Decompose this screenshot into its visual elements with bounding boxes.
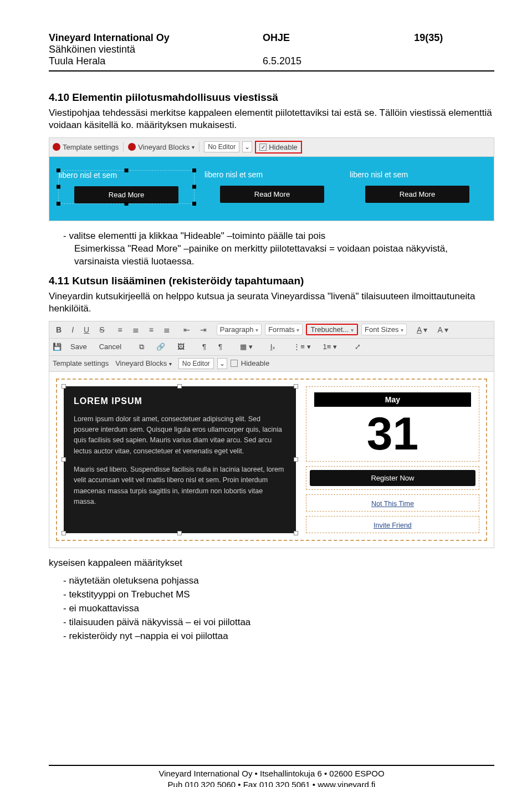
no-editor-select[interactable]: No Editor	[204, 141, 239, 152]
editor-card-selected[interactable]: libero nisl et sem Read More	[58, 170, 195, 204]
header-author: Tuula Herala	[49, 55, 263, 67]
bullet-line-1: valitse elementti ja klikkaa "Hideable" …	[69, 231, 325, 241]
footer-line-2: Puh 010 320 5060 • Fax 010 320 5061 • ww…	[49, 779, 494, 787]
template-settings-button[interactable]: Template settings	[53, 359, 109, 367]
not-this-time-label: Not This Time	[371, 500, 414, 508]
paragraph-mark-icon[interactable]: ¶	[199, 341, 209, 352]
italic-button[interactable]: I	[68, 324, 77, 336]
layout-region-outer: LOREM IPSUM Lorem ipsum dolor sit amet, …	[56, 379, 487, 541]
read-more-button[interactable]: Read More	[220, 186, 324, 203]
bullet-item: ei muokattavissa	[63, 602, 494, 615]
hideable-label: Hideable	[269, 143, 297, 151]
no-editor-caret[interactable]: ⌄	[217, 358, 227, 369]
bullet-item: valitse elementti ja klikkaa "Hideable" …	[63, 230, 494, 268]
editor-card[interactable]: libero nisl et sem Read More	[204, 170, 340, 204]
header-doc-type: OHJE	[263, 32, 414, 44]
vineyard-blocks-button[interactable]: Vineyard Blocks ▾	[115, 359, 172, 367]
screenshot-invite-editor: B I U S ≡ ≣ ≡ ≣ ⇤ ⇥ Paragraph Formats Tr…	[49, 321, 494, 548]
no-editor-select[interactable]: No Editor	[178, 358, 214, 369]
target-icon	[53, 143, 60, 151]
font-family-select[interactable]: Trebuchet...	[306, 324, 358, 335]
numbered-list-button[interactable]: 1≡ ▾	[320, 341, 340, 352]
save-button[interactable]: Save	[67, 341, 90, 352]
calendar-block[interactable]: May 31	[306, 386, 479, 462]
align-center-button[interactable]: ≣	[129, 324, 142, 336]
strike-button[interactable]: S	[96, 324, 108, 336]
save-icon: 💾	[53, 343, 62, 351]
section-4-10: 4.10 Elementin piilotusmahdollisuus vies…	[49, 91, 494, 268]
bullet-line-1b: Esimerkissa "Read More" –painike on merk…	[74, 243, 448, 267]
editor-card[interactable]: libero nisl et sem Read More	[350, 170, 485, 204]
indent-less-button[interactable]: ⇤	[180, 324, 193, 336]
section-4-11-para: Vineyardin kutsukirjeellä on helppo kuts…	[49, 290, 494, 315]
hideable-checkbox[interactable]	[259, 144, 267, 151]
hideable-label: Hideable	[241, 359, 269, 367]
calendar-day: 31	[314, 407, 471, 458]
underline-button[interactable]: U	[80, 324, 93, 336]
editor-toolbar: Template settings Vineyard Blocks ▾ No E…	[49, 138, 494, 157]
align-right-button[interactable]: ≡	[146, 324, 157, 336]
bullet-item: tekstityyppi on Trebuchet MS	[63, 589, 494, 601]
cancel-button[interactable]: Cancel	[96, 341, 125, 352]
bullet-item: tilaisuuden päivä näkyvissä – ei voi pii…	[63, 616, 494, 629]
target-icon	[128, 143, 136, 151]
lorem-title: LOREM IPSUM	[74, 396, 286, 406]
bullet-list-button[interactable]: ⋮≡ ▾	[290, 341, 314, 352]
editor-canvas-blue: libero nisl et sem Read More libero nisl…	[49, 157, 494, 221]
header-department: Sähköinen viestintä	[49, 44, 494, 55]
footer-line-1: Vineyard International Oy • Itsehallinto…	[49, 768, 494, 779]
link-icon[interactable]: 🔗	[153, 341, 168, 352]
bg-color-button[interactable]: A ▾	[434, 324, 452, 336]
pilcrow-icon[interactable]: ¶	[215, 341, 226, 352]
invite-friend-link[interactable]: Invite Friend	[306, 516, 479, 533]
screenshot-hideable-toolbar: Template settings Vineyard Blocks ▾ No E…	[49, 137, 494, 221]
read-more-button[interactable]: Read More	[365, 186, 469, 203]
image-icon[interactable]: 🖼	[174, 341, 188, 352]
page: Vineyard International Oy OHJE 19(35) Sä…	[0, 0, 532, 787]
paragraph-select[interactable]: Paragraph	[217, 324, 262, 335]
clear-format-icon[interactable]: Iₓ	[267, 341, 279, 352]
lorem-block[interactable]: LOREM IPSUM Lorem ipsum dolor sit amet, …	[64, 386, 296, 533]
register-block: Register Now	[306, 466, 479, 490]
vineyard-blocks-label: Vineyard Blocks	[115, 359, 167, 367]
vineyard-blocks-button[interactable]: Vineyard Blocks ▾	[128, 143, 195, 151]
template-settings-button[interactable]: Template settings	[53, 143, 119, 151]
indent-more-button[interactable]: ⇥	[197, 324, 210, 336]
lorem-p2: Mauris sed libero. Suspendisse facilisis…	[74, 464, 286, 508]
header-date: 6.5.2015	[263, 55, 414, 67]
calendar-month: May	[314, 392, 471, 407]
register-now-button[interactable]: Register Now	[310, 470, 475, 486]
header-rule	[49, 70, 494, 71]
vineyard-blocks-label: Vineyard Blocks	[138, 143, 190, 151]
footer-rule	[49, 765, 494, 766]
chevron-down-icon: ▾	[192, 144, 195, 150]
lorem-p1: Lorem ipsum dolor sit amet, consectetuer…	[74, 414, 286, 457]
template-settings-label: Template settings	[63, 143, 119, 151]
no-editor-caret[interactable]: ⌄	[242, 141, 252, 152]
editor-template-row: Template settings Vineyard Blocks ▾ No E…	[49, 356, 494, 372]
editor-canvas: LOREM IPSUM Lorem ipsum dolor sit amet, …	[49, 372, 494, 548]
card-label: libero nisl et sem	[204, 170, 340, 179]
align-justify-button[interactable]: ≣	[160, 324, 173, 336]
editor-format-row: B I U S ≡ ≣ ≡ ≣ ⇤ ⇥ Paragraph Formats Tr…	[49, 321, 494, 339]
page-footer: Vineyard International Oy • Itsehallinto…	[49, 765, 494, 787]
template-settings-label: Template settings	[53, 359, 109, 367]
hideable-checkbox[interactable]	[231, 360, 238, 367]
section-4-10-para: Viestipohjaa tehdessäsi merkitse kappale…	[49, 107, 494, 132]
page-header: Vineyard International Oy OHJE 19(35) Sä…	[49, 32, 494, 71]
text-color-button[interactable]: A ▾	[413, 324, 431, 336]
align-left-button[interactable]: ≡	[114, 324, 125, 336]
bullet-item: rekisteröidy nyt –nappia ei voi piilotta…	[63, 630, 494, 643]
expand-button[interactable]: ⤢	[351, 341, 364, 352]
formats-select[interactable]: Formats	[265, 324, 303, 335]
bold-button[interactable]: B	[53, 324, 65, 336]
section-4-11: 4.11 Kutsun lisääminen (rekisteröidy tap…	[49, 275, 494, 643]
tools-icon[interactable]: ⧉	[136, 341, 147, 353]
not-this-time-link[interactable]: Not This Time	[306, 494, 479, 512]
read-more-button[interactable]: Read More	[74, 186, 178, 203]
section-4-10-title: 4.10 Elementin piilotusmahdollisuus vies…	[49, 91, 494, 104]
hideable-checkbox-wrap[interactable]: Hideable	[255, 141, 301, 154]
font-size-select[interactable]: Font Sizes	[361, 324, 407, 335]
invite-friend-label: Invite Friend	[374, 522, 412, 529]
table-icon[interactable]: ▦ ▾	[237, 341, 256, 352]
